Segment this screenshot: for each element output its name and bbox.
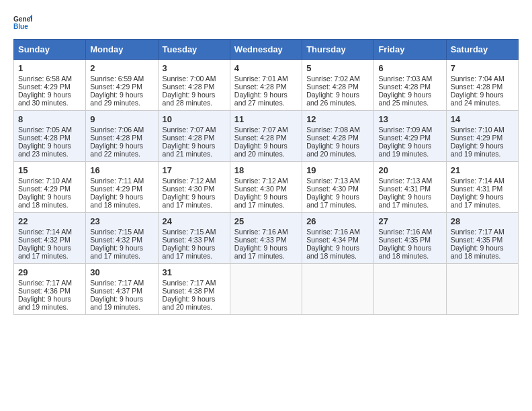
- calendar-table: SundayMondayTuesdayWednesdayThursdayFrid…: [13, 39, 519, 315]
- calendar-cell: 25 Sunrise: 7:16 AM Sunset: 4:33 PM Dayl…: [230, 213, 302, 264]
- calendar-cell: 1 Sunrise: 6:58 AM Sunset: 4:29 PM Dayli…: [14, 60, 86, 111]
- day-number: 1: [18, 63, 81, 73]
- day-number: 17: [163, 165, 226, 175]
- sunrise-label: Sunrise: 7:14 AM: [451, 177, 504, 185]
- calendar-cell: 23 Sunrise: 7:15 AM Sunset: 4:32 PM Dayl…: [86, 213, 158, 264]
- day-number: 3: [163, 63, 226, 73]
- svg-text:Blue: Blue: [13, 23, 28, 30]
- daylight-label: Daylight: 9 hours and 22 minutes.: [90, 142, 143, 158]
- calendar-cell: 5 Sunrise: 7:02 AM Sunset: 4:28 PM Dayli…: [302, 60, 374, 111]
- day-number: 13: [378, 114, 441, 124]
- day-number: 23: [90, 216, 153, 226]
- sunset-label: Sunset: 4:28 PM: [378, 83, 431, 91]
- logo: General Blue: [13, 13, 32, 32]
- sunset-label: Sunset: 4:29 PM: [90, 185, 142, 193]
- calendar-week-row: 15 Sunrise: 7:10 AM Sunset: 4:29 PM Dayl…: [14, 162, 519, 213]
- day-number: 5: [306, 63, 369, 73]
- sunrise-label: Sunrise: 7:05 AM: [18, 126, 72, 134]
- daylight-label: Daylight: 9 hours and 29 minutes.: [90, 91, 143, 107]
- day-number: 2: [90, 63, 153, 73]
- day-number: 29: [18, 267, 81, 277]
- calendar-cell: 7 Sunrise: 7:04 AM Sunset: 4:28 PM Dayli…: [446, 60, 518, 111]
- sunrise-label: Sunrise: 7:08 AM: [306, 126, 360, 134]
- sunset-label: Sunset: 4:30 PM: [234, 185, 287, 193]
- calendar-cell: 9 Sunrise: 7:06 AM Sunset: 4:28 PM Dayli…: [86, 111, 158, 162]
- calendar-cell: 11 Sunrise: 7:07 AM Sunset: 4:28 PM Dayl…: [230, 111, 302, 162]
- day-number: 25: [234, 216, 298, 226]
- sunrise-label: Sunrise: 7:10 AM: [451, 126, 504, 134]
- daylight-label: Daylight: 9 hours and 17 minutes.: [234, 193, 287, 209]
- sunset-label: Sunset: 4:35 PM: [451, 236, 503, 244]
- sunrise-label: Sunrise: 7:15 AM: [90, 228, 144, 236]
- daylight-label: Daylight: 9 hours and 30 minutes.: [18, 91, 71, 107]
- day-number: 7: [451, 63, 514, 73]
- day-number: 8: [18, 114, 81, 124]
- calendar-cell: 13 Sunrise: 7:09 AM Sunset: 4:29 PM Dayl…: [374, 111, 446, 162]
- day-number: 27: [378, 216, 441, 226]
- sunrise-label: Sunrise: 7:07 AM: [234, 126, 288, 134]
- daylight-label: Daylight: 9 hours and 17 minutes.: [163, 193, 216, 209]
- sunset-label: Sunset: 4:28 PM: [18, 134, 71, 142]
- calendar-cell: 19 Sunrise: 7:13 AM Sunset: 4:30 PM Dayl…: [302, 162, 374, 213]
- daylight-label: Daylight: 9 hours and 20 minutes.: [234, 142, 287, 158]
- sunset-label: Sunset: 4:37 PM: [90, 287, 142, 295]
- calendar-cell: 27 Sunrise: 7:16 AM Sunset: 4:35 PM Dayl…: [374, 213, 446, 264]
- day-number: 16: [90, 165, 153, 175]
- calendar-cell: 16 Sunrise: 7:11 AM Sunset: 4:29 PM Dayl…: [86, 162, 158, 213]
- sunrise-label: Sunrise: 7:04 AM: [451, 75, 504, 83]
- sunrise-label: Sunrise: 7:13 AM: [306, 177, 360, 185]
- sunrise-label: Sunrise: 7:12 AM: [234, 177, 288, 185]
- day-number: 9: [90, 114, 153, 124]
- calendar-cell: 12 Sunrise: 7:08 AM Sunset: 4:28 PM Dayl…: [302, 111, 374, 162]
- calendar-cell: 24 Sunrise: 7:15 AM Sunset: 4:33 PM Dayl…: [158, 213, 230, 264]
- calendar-week-row: 8 Sunrise: 7:05 AM Sunset: 4:28 PM Dayli…: [14, 111, 519, 162]
- calendar-cell: 31 Sunrise: 7:17 AM Sunset: 4:38 PM Dayl…: [158, 264, 230, 315]
- day-number: 4: [234, 63, 298, 73]
- day-number: 31: [163, 267, 226, 277]
- day-number: 11: [234, 114, 298, 124]
- sunset-label: Sunset: 4:30 PM: [306, 185, 359, 193]
- calendar-cell: 3 Sunrise: 7:00 AM Sunset: 4:28 PM Dayli…: [158, 60, 230, 111]
- sunset-label: Sunset: 4:28 PM: [306, 134, 359, 142]
- sunrise-label: Sunrise: 7:17 AM: [18, 279, 72, 287]
- daylight-label: Daylight: 9 hours and 23 minutes.: [18, 142, 71, 158]
- calendar-cell: 18 Sunrise: 7:12 AM Sunset: 4:30 PM Dayl…: [230, 162, 302, 213]
- daylight-label: Daylight: 9 hours and 17 minutes.: [234, 244, 287, 260]
- calendar-cell: 15 Sunrise: 7:10 AM Sunset: 4:29 PM Dayl…: [14, 162, 86, 213]
- sunset-label: Sunset: 4:36 PM: [18, 287, 71, 295]
- sunset-label: Sunset: 4:32 PM: [90, 236, 142, 244]
- sunset-label: Sunset: 4:34 PM: [306, 236, 359, 244]
- daylight-label: Daylight: 9 hours and 19 minutes.: [378, 142, 431, 158]
- day-number: 15: [18, 165, 81, 175]
- calendar-cell: 20 Sunrise: 7:13 AM Sunset: 4:31 PM Dayl…: [374, 162, 446, 213]
- calendar-cell: 17 Sunrise: 7:12 AM Sunset: 4:30 PM Dayl…: [158, 162, 230, 213]
- daylight-label: Daylight: 9 hours and 18 minutes.: [378, 244, 431, 260]
- calendar-cell: [230, 264, 302, 315]
- daylight-label: Daylight: 9 hours and 19 minutes.: [90, 295, 143, 311]
- daylight-label: Daylight: 9 hours and 18 minutes.: [451, 244, 504, 260]
- day-number: 19: [306, 165, 369, 175]
- daylight-label: Daylight: 9 hours and 25 minutes.: [378, 91, 431, 107]
- day-header-tuesday: Tuesday: [158, 40, 230, 60]
- sunrise-label: Sunrise: 7:12 AM: [163, 177, 216, 185]
- logo-icon: General Blue: [13, 13, 32, 32]
- day-number: 18: [234, 165, 298, 175]
- sunset-label: Sunset: 4:28 PM: [234, 134, 287, 142]
- calendar-cell: 8 Sunrise: 7:05 AM Sunset: 4:28 PM Dayli…: [14, 111, 86, 162]
- daylight-label: Daylight: 9 hours and 27 minutes.: [234, 91, 287, 107]
- daylight-label: Daylight: 9 hours and 17 minutes.: [18, 244, 71, 260]
- calendar-week-row: 1 Sunrise: 6:58 AM Sunset: 4:29 PM Dayli…: [14, 60, 519, 111]
- sunset-label: Sunset: 4:38 PM: [163, 287, 215, 295]
- sunrise-label: Sunrise: 7:09 AM: [378, 126, 432, 134]
- sunrise-label: Sunrise: 7:17 AM: [163, 279, 216, 287]
- sunrise-label: Sunrise: 7:06 AM: [90, 126, 144, 134]
- daylight-label: Daylight: 9 hours and 26 minutes.: [306, 91, 359, 107]
- daylight-label: Daylight: 9 hours and 17 minutes.: [163, 244, 216, 260]
- calendar-cell: 22 Sunrise: 7:14 AM Sunset: 4:32 PM Dayl…: [14, 213, 86, 264]
- daylight-label: Daylight: 9 hours and 19 minutes.: [451, 142, 504, 158]
- sunrise-label: Sunrise: 7:16 AM: [306, 228, 360, 236]
- sunset-label: Sunset: 4:28 PM: [90, 134, 142, 142]
- day-header-saturday: Saturday: [446, 40, 518, 60]
- sunrise-label: Sunrise: 7:14 AM: [18, 228, 72, 236]
- sunset-label: Sunset: 4:29 PM: [18, 83, 71, 91]
